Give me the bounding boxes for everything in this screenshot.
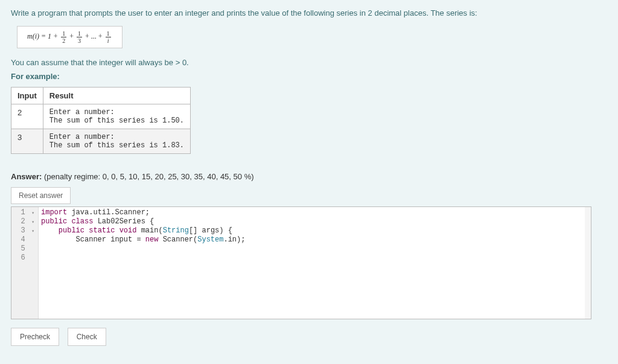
formula-lhs: m(i) = 1 + (27, 32, 58, 40)
editor-gutter: 1 ▾ 2 ▾ 3 ▾ 4 5 6 (11, 207, 39, 319)
example-table: Input Result 2 Enter a number: The sum o… (11, 87, 191, 154)
table-row: 3 Enter a number: The sum of this series… (11, 129, 191, 154)
formula-mid: + ... + (85, 32, 103, 40)
penalty-text: (penalty regime: 0, 0, 5, 10, 15, 20, 25… (44, 172, 254, 181)
answer-label: Answer: (11, 172, 42, 181)
input-cell: 3 (11, 129, 43, 154)
fraction-third: 13 (75, 30, 83, 44)
code-content[interactable]: import java.util.Scanner; public class L… (39, 207, 591, 319)
th-result: Result (43, 88, 190, 104)
reset-answer-button[interactable]: Reset answer (11, 187, 71, 204)
for-example-label: For example: (11, 72, 607, 81)
formula: m(i) = 1 + 12 + 13 + ... + 1i (17, 26, 123, 48)
code-editor[interactable]: 1 ▾ 2 ▾ 3 ▾ 4 5 6 import java.util.Scann… (11, 206, 591, 319)
check-button[interactable]: Check (68, 328, 106, 346)
th-input: Input (11, 88, 43, 104)
problem-prompt: Write a program that prompts the user to… (11, 8, 607, 18)
input-cell: 2 (11, 104, 43, 129)
fraction-i: 1i (104, 30, 112, 44)
precheck-button[interactable]: Precheck (11, 328, 59, 346)
table-row: 2 Enter a number: The sum of this series… (11, 104, 191, 129)
scrollbar[interactable] (585, 207, 591, 319)
assumption-text: You can assume that the integer will alw… (11, 58, 607, 67)
result-cell: Enter a number: The sum of this series i… (43, 129, 190, 154)
result-cell: Enter a number: The sum of this series i… (43, 104, 190, 129)
fraction-half: 12 (60, 30, 68, 44)
answer-header: Answer: (penalty regime: 0, 0, 5, 10, 15… (11, 172, 607, 181)
